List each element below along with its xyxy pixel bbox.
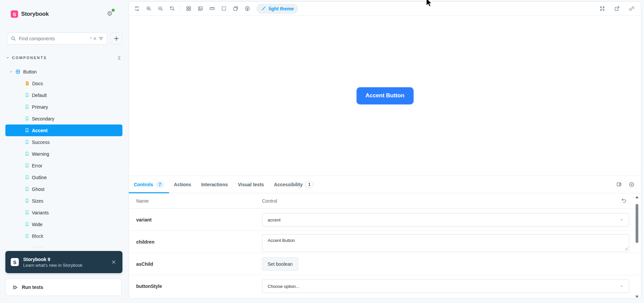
storybook-logo-icon: S xyxy=(11,10,18,18)
tab-label: Actions xyxy=(174,182,191,187)
story-bookmark-icon xyxy=(25,104,29,109)
variant-select[interactable]: accent xyxy=(262,213,629,226)
sidebar-item-success[interactable]: Success xyxy=(5,136,122,148)
buttonstyle-select[interactable]: Choose option... xyxy=(262,280,629,293)
measure-button[interactable] xyxy=(207,4,217,13)
settings-button[interactable]: ⚙ xyxy=(106,10,114,18)
sidebar-item-error[interactable]: Error xyxy=(5,160,122,171)
resize-grip-icon[interactable] xyxy=(624,247,628,250)
reset-controls-button[interactable] xyxy=(621,198,628,204)
brand-title: Storybook xyxy=(21,11,49,17)
story-bookmark-icon xyxy=(25,163,29,168)
toolbar-divider xyxy=(180,5,180,12)
control-row-variant: variant accent xyxy=(129,209,641,231)
create-story-button[interactable] xyxy=(110,33,122,45)
link-icon xyxy=(629,6,635,11)
panel-scrollbar[interactable] xyxy=(635,195,639,298)
sidebar-item-block[interactable]: Block xyxy=(5,230,122,242)
fullscreen-button[interactable] xyxy=(597,4,607,13)
tab-visual-tests[interactable]: Visual tests xyxy=(233,176,269,193)
chevron-down-icon xyxy=(9,70,13,74)
sidebar-item-label: Default xyxy=(32,93,47,98)
toast-close-button[interactable] xyxy=(110,259,117,265)
story-bookmark-icon xyxy=(25,210,29,215)
collapse-all-button[interactable] xyxy=(116,54,122,61)
control-column-header: Control xyxy=(262,198,277,204)
open-canvas-new-tab-button[interactable] xyxy=(612,4,622,13)
sidebar-item-warning[interactable]: Warning xyxy=(5,148,122,160)
scrollbar-thumb[interactable] xyxy=(636,204,638,243)
panel-position-button[interactable] xyxy=(615,181,622,188)
control-row-buttonstyle: buttonStyle Choose option... xyxy=(129,275,641,297)
remount-icon xyxy=(134,6,140,11)
tab-label: Accessibility xyxy=(274,182,303,187)
toolbar-right xyxy=(597,4,636,13)
sidebar: S Storybook ⚙ Find components ^ K xyxy=(0,0,128,303)
accent-button-preview[interactable]: Accent Button xyxy=(357,87,414,104)
control-row-children: children Accent Button xyxy=(129,231,641,253)
sidebar-item-label: Warning xyxy=(32,151,49,157)
tab-accessibility[interactable]: Accessibility 1 xyxy=(269,176,319,193)
zoom-in-button[interactable] xyxy=(144,4,153,13)
search-input[interactable]: Find components ^ K xyxy=(7,33,107,45)
toast-subtitle: Learn what's new in Storybook xyxy=(23,263,83,268)
outline-button[interactable] xyxy=(219,4,228,13)
close-circle-icon xyxy=(629,182,635,188)
close-panel-button[interactable] xyxy=(628,181,635,188)
controls-table: Name Control variant accent xyxy=(129,193,641,298)
story-bookmark-icon xyxy=(25,93,29,98)
reset-zoom-button[interactable] xyxy=(167,4,177,13)
shortcut-caret: ^ xyxy=(90,37,92,41)
set-boolean-button[interactable]: Set boolean xyxy=(262,257,298,271)
sidebar-item-sizes[interactable]: Sizes xyxy=(5,195,122,207)
notification-dot xyxy=(112,9,115,12)
sidebar-item-docs[interactable]: Docs xyxy=(5,78,122,89)
viewport-icon xyxy=(233,6,238,11)
sidebar-item-primary[interactable]: Primary xyxy=(5,101,122,113)
docs-icon xyxy=(25,81,30,86)
sidebar-item-outline[interactable]: Outline xyxy=(5,171,122,183)
sidebar-item-label: Button xyxy=(23,69,37,74)
scroll-up-arrow[interactable] xyxy=(635,196,639,198)
accessibility-toggle-button[interactable] xyxy=(243,4,252,13)
outline-icon xyxy=(221,6,227,11)
arg-name: children xyxy=(136,231,154,253)
components-section-header[interactable]: COMPONENTS xyxy=(5,54,122,62)
remount-button[interactable] xyxy=(132,4,142,13)
sidebar-item-accent-selected[interactable]: Accent xyxy=(5,124,122,136)
whats-new-toast[interactable]: S Storybook 9 Learn what's new in Storyb… xyxy=(5,251,122,273)
sidebar-item-default[interactable]: Default xyxy=(5,89,122,101)
sidebar-item-label: Ghost xyxy=(32,187,44,192)
sidebar-item-button[interactable]: Button xyxy=(5,66,122,78)
run-tests-button[interactable]: Run tests xyxy=(5,279,122,296)
filter-icon[interactable] xyxy=(98,36,104,41)
backgrounds-grid-button[interactable] xyxy=(184,4,193,13)
theme-switcher-button[interactable]: light theme xyxy=(256,4,298,14)
collapse-all-icon xyxy=(117,55,122,60)
sidebar-item-wide[interactable]: Wide xyxy=(5,218,122,230)
controls-count-badge: 7 xyxy=(156,181,164,188)
accessibility-count-badge: 1 xyxy=(305,181,313,188)
tab-controls[interactable]: Controls 7 xyxy=(129,176,169,193)
section-label: COMPONENTS xyxy=(12,56,47,60)
sidebar-item-ghost[interactable]: Ghost xyxy=(5,183,122,195)
tab-actions[interactable]: Actions xyxy=(169,176,196,193)
sidebar-item-secondary[interactable]: Secondary xyxy=(5,113,122,124)
viewport-button[interactable] xyxy=(231,4,240,13)
tab-interactions[interactable]: Interactions xyxy=(196,176,233,193)
arg-name: variant xyxy=(136,209,152,231)
children-textarea[interactable]: Accent Button xyxy=(262,234,629,252)
sidebar-item-label: Block xyxy=(32,234,43,239)
sidebar-item-variants[interactable]: Variants xyxy=(5,207,122,218)
image-icon xyxy=(198,6,203,11)
brand-row: S Storybook ⚙ xyxy=(11,9,122,19)
plus-icon xyxy=(113,36,119,42)
sidebar-item-label: Secondary xyxy=(32,116,54,121)
backgrounds-button[interactable] xyxy=(196,4,205,13)
sidebar-item-label: Docs xyxy=(32,81,43,86)
arg-name: asChild xyxy=(136,253,153,275)
copy-link-button[interactable] xyxy=(627,4,636,13)
scroll-down-arrow[interactable] xyxy=(635,296,639,298)
ruler-icon xyxy=(209,6,215,11)
zoom-out-button[interactable] xyxy=(156,4,165,13)
